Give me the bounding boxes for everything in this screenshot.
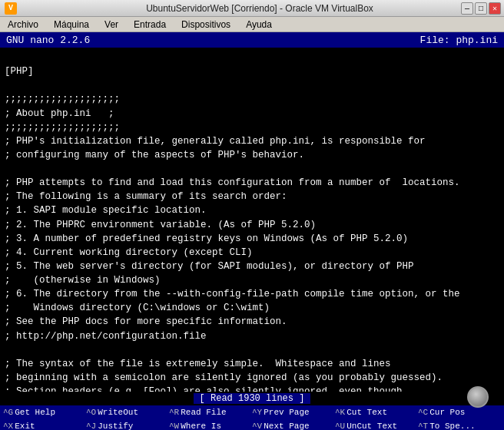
label-next-page: Next Page [264, 422, 309, 430]
help-item-next-page: ^V Next Page [252, 422, 335, 430]
menu-ayuda[interactable]: Ayuda [241, 19, 277, 30]
key-ctrl-j: ^J [86, 422, 96, 430]
nano-header: GNU nano 2.2.6 File: php.ini [0, 32, 504, 48]
key-ctrl-g: ^G [3, 408, 13, 417]
key-ctrl-u: ^U [335, 422, 345, 430]
app-icon: V [5, 2, 17, 15]
label-cur-pos: Cur Pos [429, 408, 465, 417]
menu-archivo[interactable]: Archivo [3, 19, 43, 30]
maximize-button[interactable]: □ [475, 2, 487, 15]
key-ctrl-o: ^O [86, 408, 96, 417]
help-item-justify: ^J Justify [86, 422, 169, 430]
editor-area[interactable]: [PHP] ;;;;;;;;;;;;;;;;;;;; ; About php.i… [0, 48, 504, 392]
help-bar-2: ^X Exit ^J Justify ^W Where Is ^V Next P… [0, 419, 504, 430]
help-item-exit: ^X Exit [3, 422, 86, 430]
help-item-cut-text: ^K Cut Text [335, 408, 418, 417]
window-title: UbuntuServidorWeb [Corriendo] - Oracle V… [20, 3, 499, 14]
menu-ver[interactable]: Ver [100, 19, 123, 30]
key-ctrl-k: ^K [335, 408, 345, 417]
help-bar-1: ^G Get Help ^O WriteOut ^R Read File ^Y … [0, 405, 504, 419]
window-controls: — □ ✕ [461, 2, 501, 15]
close-button[interactable]: ✕ [489, 2, 501, 15]
key-ctrl-x: ^X [3, 422, 13, 430]
status-message: [ Read 1930 lines ] [194, 393, 311, 404]
label-prev-page: Prev Page [264, 408, 309, 417]
help-item-writeout: ^O WriteOut [86, 408, 169, 417]
nano-version: GNU nano 2.2.6 [6, 35, 90, 46]
label-justify: Justify [98, 422, 133, 430]
label-exit: Exit [15, 422, 35, 430]
key-ctrl-r: ^R [169, 408, 179, 417]
minimize-button[interactable]: — [461, 2, 473, 15]
key-ctrl-w: ^W [169, 422, 179, 430]
label-cut-text: Cut Text [346, 408, 387, 417]
label-get-help: Get Help [15, 408, 55, 417]
help-item-where-is: ^W Where Is [169, 422, 252, 430]
label-to-spe: To Spe... [429, 422, 475, 430]
menu-maquina[interactable]: Máquina [49, 19, 94, 30]
nano-filename: File: php.ini [420, 35, 498, 46]
label-where-is: Where Is [181, 422, 221, 430]
scroll-indicator [467, 386, 489, 408]
label-uncut-text: UnCut Text [346, 422, 397, 430]
key-ctrl-t: ^T [418, 422, 428, 430]
menubar: Archivo Máquina Ver Entrada Dispositivos… [0, 17, 504, 32]
help-item-uncut-text: ^U UnCut Text [335, 422, 418, 430]
editor-content: [PHP] ;;;;;;;;;;;;;;;;;;;; ; About php.i… [5, 66, 460, 392]
help-item-cur-pos: ^C Cur Pos [418, 408, 501, 417]
statusbar: [ Read 1930 lines ] [0, 392, 504, 405]
menu-dispositivos[interactable]: Dispositivos [177, 19, 235, 30]
help-item-prev-page: ^Y Prev Page [252, 408, 335, 417]
help-item-read-file: ^R Read File [169, 408, 252, 417]
key-ctrl-v: ^V [252, 422, 262, 430]
key-ctrl-y: ^Y [252, 408, 262, 417]
help-item-to-spe: ^T To Spe... [418, 422, 501, 430]
titlebar: V UbuntuServidorWeb [Corriendo] - Oracle… [0, 0, 504, 17]
help-item-get-help: ^G Get Help [3, 408, 86, 417]
label-writeout: WriteOut [98, 408, 138, 417]
menu-entrada[interactable]: Entrada [129, 19, 171, 30]
key-ctrl-c: ^C [418, 408, 428, 417]
label-read-file: Read File [181, 408, 226, 417]
